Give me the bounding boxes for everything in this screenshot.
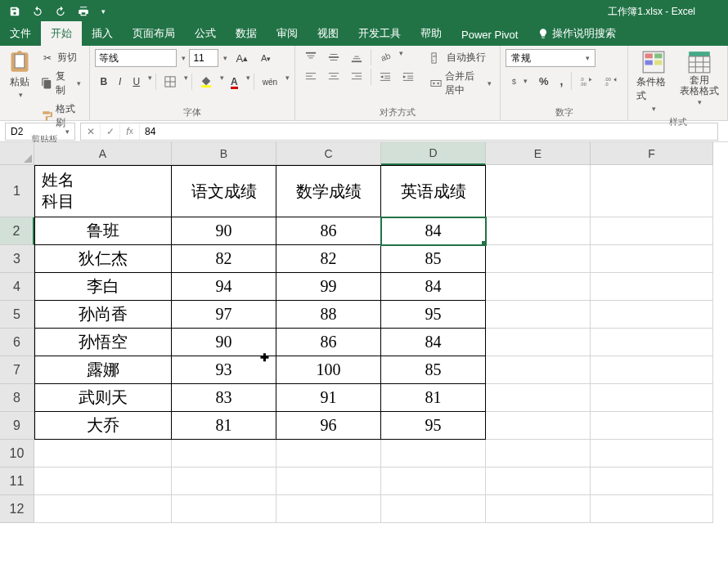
cell-B1[interactable]: 语文成绩 — [172, 165, 276, 217]
ruby-button[interactable]: wén — [258, 74, 282, 90]
column-header-E[interactable]: E — [486, 142, 591, 165]
cell-A8[interactable]: 武则天 — [34, 384, 172, 412]
cell-C5[interactable]: 88 — [276, 301, 381, 329]
row-header-2[interactable]: 2 — [0, 217, 34, 245]
cell-F2[interactable] — [591, 217, 713, 245]
font-size-input[interactable] — [189, 49, 218, 67]
row-header-11[interactable]: 11 — [0, 467, 34, 495]
cell-C9[interactable]: 96 — [276, 412, 381, 440]
cell-C11[interactable] — [276, 467, 381, 495]
cancel-formula-button[interactable]: ✕ — [81, 123, 101, 140]
cell-E12[interactable] — [486, 495, 591, 523]
cell-A5[interactable]: 孙尚香 — [34, 301, 172, 329]
cell-D10[interactable] — [381, 440, 486, 467]
tell-me[interactable]: 操作说明搜索 — [528, 21, 626, 46]
border-button[interactable] — [160, 74, 181, 90]
conditional-format-button[interactable]: 条件格式▾ — [633, 49, 673, 114]
cell-B7[interactable]: 93 — [172, 356, 276, 384]
redo-icon[interactable] — [54, 5, 67, 18]
increase-indent-button[interactable] — [398, 69, 419, 85]
cell-E3[interactable] — [486, 245, 591, 273]
row-header-12[interactable]: 12 — [0, 495, 34, 523]
fill-color-button[interactable] — [195, 74, 217, 90]
italic-button[interactable]: I — [114, 74, 126, 90]
cell-E4[interactable] — [486, 273, 591, 301]
undo-icon[interactable] — [31, 5, 44, 18]
cell-B4[interactable]: 94 — [172, 273, 276, 301]
column-header-C[interactable]: C — [276, 142, 381, 165]
font-color-button[interactable]: A — [226, 74, 243, 90]
cell-E7[interactable] — [486, 356, 591, 384]
underline-button[interactable]: U — [128, 74, 145, 90]
align-left-button[interactable] — [300, 69, 321, 85]
cell-C6[interactable]: 86 — [276, 329, 381, 356]
cell-E5[interactable] — [486, 301, 591, 329]
row-header-6[interactable]: 6 — [0, 329, 34, 356]
cell-D11[interactable] — [381, 467, 486, 495]
number-format-dropdown[interactable]: 常规▾ — [506, 49, 595, 67]
cell-C3[interactable]: 82 — [276, 245, 381, 273]
cell-B11[interactable] — [172, 467, 276, 495]
cell-A3[interactable]: 狄仁杰 — [34, 245, 172, 273]
tab-help[interactable]: 帮助 — [411, 21, 452, 46]
cut-button[interactable]: ✂剪切 — [38, 49, 84, 66]
row-header-4[interactable]: 4 — [0, 273, 34, 301]
align-middle-button[interactable] — [323, 49, 344, 65]
decrease-font-button[interactable]: A▾ — [256, 51, 276, 65]
tab-powerpivot[interactable]: Power Pivot — [452, 24, 528, 46]
cell-D5[interactable]: 95 — [381, 301, 486, 329]
cell-B3[interactable]: 82 — [172, 245, 276, 273]
cell-D7[interactable]: 85 — [381, 356, 486, 384]
cell-F7[interactable] — [591, 356, 713, 384]
cell-D8[interactable]: 81 — [381, 384, 486, 412]
cell-D9[interactable]: 95 — [381, 412, 486, 440]
name-box[interactable]: D2▾ — [5, 123, 75, 141]
increase-font-button[interactable]: A▴ — [231, 50, 253, 67]
select-all-corner[interactable] — [0, 142, 34, 165]
cell-B6[interactable]: 90 — [172, 329, 276, 356]
cell-E1[interactable] — [486, 165, 591, 217]
cell-A1[interactable]: 姓名科目 — [34, 165, 172, 217]
cell-A2[interactable]: 鲁班 — [34, 217, 172, 245]
cell-C4[interactable]: 99 — [276, 273, 381, 301]
cell-D3[interactable]: 85 — [381, 245, 486, 273]
copy-button[interactable]: 复制▾ — [38, 68, 84, 99]
cell-C12[interactable] — [276, 495, 381, 523]
cell-C2[interactable]: 86 — [276, 217, 381, 245]
cell-A4[interactable]: 李白 — [34, 273, 172, 301]
cell-E9[interactable] — [486, 412, 591, 440]
cell-C8[interactable]: 91 — [276, 384, 381, 412]
row-header-8[interactable]: 8 — [0, 384, 34, 412]
tab-home[interactable]: 开始 — [41, 21, 82, 46]
cell-B5[interactable]: 97 — [172, 301, 276, 329]
cell-C7[interactable]: 100 — [276, 356, 381, 384]
cell-F9[interactable] — [591, 412, 713, 440]
cell-F5[interactable] — [591, 301, 713, 329]
tab-review[interactable]: 审阅 — [267, 21, 308, 46]
align-top-button[interactable] — [300, 49, 321, 65]
cell-F11[interactable] — [591, 467, 713, 495]
cell-F4[interactable] — [591, 273, 713, 301]
cell-F12[interactable] — [591, 495, 713, 523]
font-name-input[interactable] — [95, 49, 177, 67]
align-center-button[interactable] — [323, 69, 344, 85]
row-header-9[interactable]: 9 — [0, 412, 34, 440]
tab-data[interactable]: 数据 — [226, 21, 267, 46]
enter-formula-button[interactable]: ✓ — [101, 123, 120, 140]
row-header-5[interactable]: 5 — [0, 301, 34, 329]
cell-D4[interactable]: 84 — [381, 273, 486, 301]
cell-F1[interactable] — [591, 165, 713, 217]
table-format-button[interactable]: 套用 表格格式▾ — [676, 49, 722, 108]
comma-button[interactable]: , — [555, 72, 568, 90]
align-right-button[interactable] — [346, 69, 367, 85]
cell-D2[interactable]: 84 — [381, 217, 486, 245]
cell-D6[interactable]: 84 — [381, 329, 486, 356]
cell-E8[interactable] — [486, 384, 591, 412]
row-header-10[interactable]: 10 — [0, 440, 34, 467]
tab-formulas[interactable]: 公式 — [185, 21, 226, 46]
row-header-1[interactable]: 1 — [0, 165, 34, 217]
bold-button[interactable]: B — [95, 74, 112, 90]
tab-view[interactable]: 视图 — [308, 21, 348, 46]
fx-button[interactable]: fx — [120, 123, 140, 140]
quickprint-icon[interactable] — [77, 5, 90, 18]
